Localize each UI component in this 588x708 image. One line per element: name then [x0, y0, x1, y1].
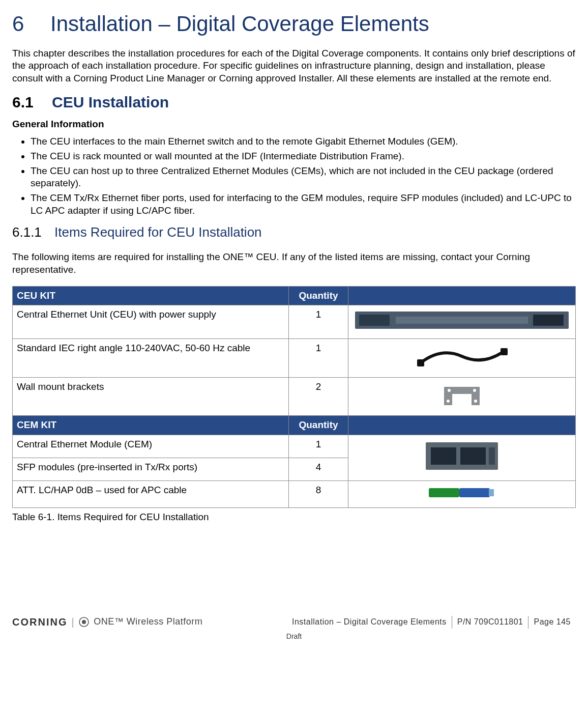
- col-item: CEM KIT: [13, 416, 289, 435]
- svg-point-8: [447, 400, 450, 403]
- table-row: Standard IEC right angle 110-240VAC, 50-…: [13, 339, 576, 378]
- platform-name: ONE™ Wireless Platform: [94, 616, 202, 628]
- general-info-subhead: General Information: [12, 118, 576, 131]
- table-caption: Table 6-1. Items Required for CEU Instal…: [12, 511, 576, 524]
- chapter-intro: This chapter describes the installation …: [12, 47, 576, 85]
- ceu-kit-table: CEU KIT Quantity Central Ethernet Unit (…: [12, 286, 576, 508]
- svg-rect-1: [359, 315, 390, 326]
- draft-label: Draft: [12, 632, 576, 641]
- col-qty: Quantity: [289, 286, 348, 305]
- cell-qty: 2: [289, 377, 348, 416]
- col-qty: Quantity: [289, 416, 348, 435]
- table-header-row: CEM KIT Quantity: [13, 416, 576, 435]
- chapter-number: 6: [12, 12, 24, 36]
- cell-item: SFP modules (pre-inserted in Tx/Rx ports…: [13, 458, 289, 480]
- chapter-heading: 6 Installation – Digital Coverage Elemen…: [12, 10, 576, 38]
- cell-qty: 1: [289, 305, 348, 339]
- svg-point-6: [448, 389, 451, 392]
- cell-qty: 1: [289, 339, 348, 378]
- cell-qty: 1: [289, 435, 348, 458]
- one-logo-icon: [78, 616, 90, 628]
- footer-pn: P/N 709C011801: [452, 616, 528, 629]
- col-image: [348, 286, 576, 305]
- svg-rect-15: [459, 488, 490, 497]
- list-item: The CEM Tx/Rx Ethernet fiber ports, used…: [31, 192, 576, 217]
- cell-item: Standard IEC right angle 110-240VAC, 50-…: [13, 339, 289, 378]
- separator-icon: |: [71, 615, 74, 629]
- col-item: CEU KIT: [13, 286, 289, 305]
- cell-item: Central Ethernet Module (CEM): [13, 435, 289, 458]
- cell-qty: 4: [289, 458, 348, 480]
- svg-rect-5: [501, 348, 508, 355]
- chapter-title: Installation – Digital Coverage Elements: [50, 12, 429, 36]
- list-item: The CEU is rack mounted or wall mounted …: [31, 150, 576, 163]
- cell-image: [348, 305, 576, 339]
- list-item: The CEU interfaces to the main Ethernet …: [31, 135, 576, 148]
- svg-rect-14: [429, 488, 459, 497]
- section-6-1-heading: 6.1 CEU Installation: [12, 92, 576, 112]
- footer-doc-title: Installation – Digital Coverage Elements: [292, 616, 452, 629]
- power-cable-icon: [411, 342, 513, 371]
- svg-rect-2: [533, 315, 564, 326]
- table-row: Central Ethernet Unit (CEU) with power s…: [13, 305, 576, 339]
- subsection-lead: The following items are required for ins…: [12, 251, 576, 276]
- svg-point-9: [474, 400, 477, 403]
- table-header-row: CEU KIT Quantity: [13, 286, 576, 305]
- svg-rect-13: [489, 447, 495, 465]
- svg-rect-4: [417, 359, 424, 366]
- section-number: 6.1: [12, 94, 34, 110]
- cell-item: ATT. LC/HAP 0dB – used for APC cable: [13, 480, 289, 508]
- svg-point-18: [82, 620, 86, 624]
- cem-module-icon: [424, 438, 500, 474]
- cell-image: [348, 435, 576, 481]
- svg-rect-12: [460, 447, 486, 465]
- cell-image: [348, 339, 576, 378]
- footer-brand-block: CORNING | ONE™ Wireless Platform: [12, 615, 202, 629]
- cell-item: Wall mount brackets: [13, 377, 289, 416]
- cell-item: Central Ethernet Unit (CEU) with power s…: [13, 305, 289, 339]
- footer-page: Page 145: [528, 616, 576, 629]
- svg-point-7: [473, 389, 476, 392]
- col-image: [348, 416, 576, 435]
- general-info-list: The CEU interfaces to the main Ethernet …: [12, 135, 576, 217]
- brand-name: CORNING: [12, 615, 67, 629]
- table-row: ATT. LC/HAP 0dB – used for APC cable 8: [13, 480, 576, 508]
- bracket-icon: [439, 381, 485, 409]
- subsection-title: Items Required for CEU Installation: [54, 224, 262, 240]
- svg-rect-16: [489, 489, 494, 496]
- subsection-6-1-1-heading: 6.1.1 Items Required for CEU Installatio…: [12, 224, 576, 241]
- svg-rect-11: [431, 447, 456, 465]
- page-footer: CORNING | ONE™ Wireless Platform Install…: [12, 615, 576, 641]
- svg-rect-3: [396, 317, 528, 324]
- table-row: Wall mount brackets 2: [13, 377, 576, 416]
- table-row: Central Ethernet Module (CEM) 1: [13, 435, 576, 458]
- cell-qty: 8: [289, 480, 348, 508]
- subsection-number: 6.1.1: [12, 224, 42, 240]
- footer-meta: Installation – Digital Coverage Elements…: [292, 616, 576, 629]
- list-item: The CEU can host up to three Centralized…: [31, 165, 576, 190]
- lc-adapter-icon: [429, 484, 495, 501]
- section-title: CEU Installation: [52, 94, 169, 110]
- cell-image: [348, 377, 576, 416]
- ceu-device-icon: [355, 308, 569, 332]
- cell-image: [348, 480, 576, 508]
